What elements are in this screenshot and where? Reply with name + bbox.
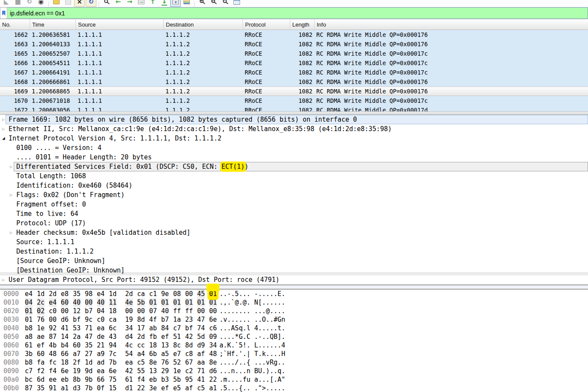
hex-byte[interactable]: 6e bbox=[109, 367, 117, 375]
hex-byte[interactable]: eb bbox=[149, 375, 157, 384]
hex-byte[interactable]: f4 bbox=[49, 367, 57, 375]
hex-byte[interactable]: fa bbox=[37, 358, 45, 367]
hex-byte[interactable]: 42 bbox=[185, 332, 193, 341]
hex-byte[interactable]: 0f bbox=[97, 384, 105, 392]
pane-splitter-top[interactable] bbox=[0, 111, 588, 115]
hex-byte[interactable]: 41 bbox=[61, 324, 69, 332]
toolbar-zoom-in-button[interactable] bbox=[196, 0, 208, 7]
tree-row[interactable]: Total Length: 1068 bbox=[0, 171, 588, 181]
hex-byte[interactable]: d9 bbox=[197, 341, 205, 350]
hex-byte[interactable]: ff bbox=[185, 307, 193, 315]
hex-byte[interactable]: 8c bbox=[173, 341, 181, 350]
toolbar-reload-capture-button[interactable]: ↻ bbox=[86, 0, 96, 7]
hex-byte[interactable]: 9e bbox=[161, 290, 169, 298]
hex-byte[interactable]: 53 bbox=[73, 324, 81, 332]
hex-byte[interactable]: 40 bbox=[97, 298, 105, 307]
hex-byte[interactable]: 1e bbox=[173, 367, 181, 375]
hex-byte[interactable]: c0 bbox=[97, 315, 105, 324]
hex-byte[interactable]: 7c bbox=[109, 350, 117, 358]
hex-byte[interactable]: 6e bbox=[209, 315, 217, 324]
hex-byte[interactable]: 8d bbox=[185, 341, 193, 350]
hex-byte[interactable]: d4 bbox=[125, 332, 133, 341]
hex-byte[interactable]: 4b bbox=[49, 341, 57, 350]
hex-byte[interactable]: 5b bbox=[137, 298, 145, 307]
toolbar-go-to-packet-button[interactable] bbox=[135, 0, 147, 7]
packet-row[interactable]: 16631.2006401331.1.1.11.1.1.2RRoCE1082RC… bbox=[0, 39, 588, 49]
hex-byte[interactable]: 19 bbox=[73, 367, 81, 375]
hex-byte[interactable]: c8 bbox=[185, 350, 193, 358]
toolbar-zoom-original-button[interactable] bbox=[219, 0, 231, 7]
tree-row[interactable]: ▷Frame 1669: 1082 bytes on wire (8656 bi… bbox=[0, 115, 588, 124]
hex-byte[interactable]: aa bbox=[197, 358, 205, 367]
toolbar-go-forward-button[interactable]: → bbox=[124, 0, 135, 7]
hex-byte[interactable]: c5 bbox=[197, 384, 205, 392]
expander-collapsed-icon[interactable]: ▷ bbox=[2, 115, 5, 124]
hex-byte[interactable]: b3 bbox=[161, 375, 169, 384]
hex-byte[interactable]: 04 bbox=[25, 298, 33, 307]
toolbar-colorize-button[interactable] bbox=[181, 0, 192, 7]
hex-byte[interactable]: 34 bbox=[125, 324, 133, 332]
hex-byte[interactable]: 47 bbox=[197, 315, 205, 324]
packet-row[interactable]: 16621.2006365811.1.1.11.1.1.2RRoCE1082RC… bbox=[0, 30, 588, 39]
hex-byte[interactable]: 42 bbox=[125, 367, 133, 375]
hex-byte[interactable]: 00 bbox=[197, 307, 205, 315]
hex-byte[interactable]: d6 bbox=[61, 315, 69, 324]
hex-byte[interactable]: 15 bbox=[109, 384, 117, 392]
tree-row[interactable]: 0100 .... = Version: 4 bbox=[0, 143, 588, 153]
hex-byte[interactable]: ef bbox=[161, 332, 169, 341]
hex-byte[interactable]: 00 bbox=[49, 315, 57, 324]
hex-byte[interactable]: 23 bbox=[185, 315, 193, 324]
hex-byte[interactable]: ff bbox=[173, 307, 181, 315]
hex-byte[interactable]: 6e bbox=[61, 367, 69, 375]
hex-byte[interactable]: 8e bbox=[149, 358, 157, 367]
column-header-destination[interactable]: Destination bbox=[164, 19, 243, 30]
hex-byte[interactable]: 6b bbox=[149, 350, 157, 358]
column-header-no[interactable]: No. bbox=[0, 19, 30, 30]
column-header-source[interactable]: Source bbox=[76, 19, 164, 30]
hex-byte[interactable]: 17 bbox=[137, 324, 145, 332]
hex-byte[interactable]: 61 bbox=[25, 341, 33, 350]
hex-byte[interactable]: 55 bbox=[137, 367, 145, 375]
hex-byte[interactable]: d1 bbox=[125, 384, 133, 392]
hex-byte[interactable]: e8 bbox=[61, 290, 69, 298]
hex-byte[interactable]: 5b bbox=[173, 375, 181, 384]
hex-byte[interactable]: e4 bbox=[49, 298, 57, 307]
pane-splitter-bottom[interactable] bbox=[0, 284, 588, 290]
hex-byte[interactable]: 19 bbox=[125, 315, 133, 324]
hex-byte[interactable]: 92 bbox=[49, 324, 57, 332]
hex-byte[interactable]: 94 bbox=[109, 341, 117, 350]
toolbar-open-file-button[interactable] bbox=[51, 0, 62, 7]
expander-collapsed-icon[interactable]: ▷ bbox=[10, 162, 12, 171]
hex-byte[interactable]: e4 bbox=[25, 290, 33, 298]
packet-row-selected[interactable]: 16691.2006688651.1.1.11.1.1.2RRoCE1082RC… bbox=[0, 87, 588, 96]
hex-byte[interactable]: 35 bbox=[85, 341, 93, 350]
tree-row[interactable]: Destination: 1.1.1.2 bbox=[0, 247, 588, 256]
tree-row[interactable]: ▷Differentiated Services Field: 0x01 (DS… bbox=[0, 162, 588, 171]
hex-byte[interactable]: fc bbox=[49, 358, 57, 367]
hex-byte[interactable]: e5 bbox=[173, 384, 181, 392]
hex-byte[interactable]: 01 bbox=[173, 298, 181, 307]
hex-byte[interactable]: 2f bbox=[73, 358, 81, 367]
hex-byte[interactable]: 01 bbox=[25, 315, 33, 324]
hex-byte[interactable]: 1d bbox=[37, 290, 45, 298]
expander-collapsed-icon[interactable]: ▷ bbox=[10, 190, 12, 200]
toolbar-find-packet-button[interactable] bbox=[101, 0, 112, 7]
tree-row[interactable]: ▷Ethernet II, Src: Mellanox_ca:c1:9e (e4… bbox=[0, 124, 588, 134]
hex-byte[interactable]: 01 bbox=[197, 298, 205, 307]
hex-byte[interactable]: 2d bbox=[125, 290, 133, 298]
hex-byte[interactable]: b8 bbox=[25, 358, 33, 367]
tree-row[interactable]: .... 0101 = Header Length: 20 bytes bbox=[0, 153, 588, 162]
hex-byte[interactable]: 34 bbox=[209, 341, 217, 350]
hex-byte[interactable]: f4 bbox=[137, 375, 145, 384]
hex-byte[interactable]: b8 bbox=[25, 324, 33, 332]
hex-byte[interactable]: e7 bbox=[173, 350, 181, 358]
hex-byte[interactable]: d3 bbox=[73, 384, 81, 392]
hex-byte[interactable]: 4e bbox=[125, 298, 133, 307]
hex-byte[interactable]: 6d bbox=[37, 375, 45, 384]
filter-input[interactable]: ip.dsfield.ecn == 0x1 bbox=[7, 7, 588, 19]
hex-byte[interactable]: c5 bbox=[137, 358, 145, 367]
toolbar-capture-stop-button[interactable]: ■ bbox=[12, 0, 24, 7]
hex-byte[interactable]: e4 bbox=[97, 290, 105, 298]
expander-collapsed-icon[interactable]: ▷ bbox=[2, 275, 5, 284]
hex-byte[interactable]: 98 bbox=[85, 290, 93, 298]
